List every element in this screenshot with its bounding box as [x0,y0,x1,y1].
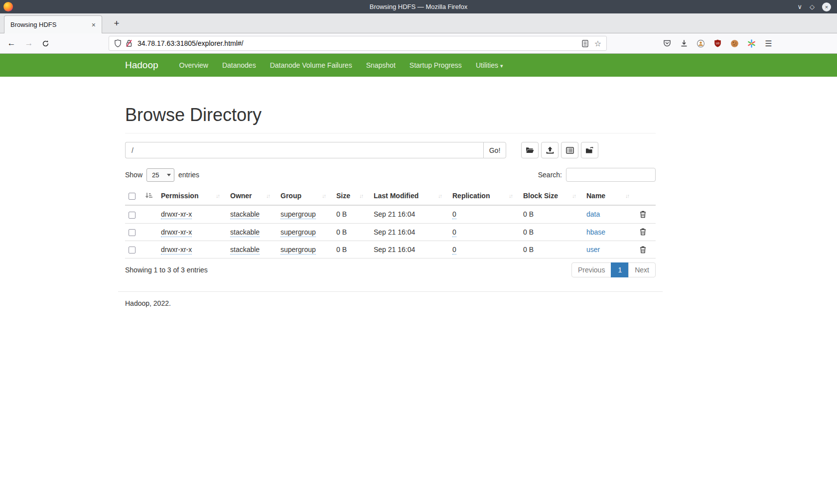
replication-value[interactable]: 0 [452,246,456,254]
row-checkbox[interactable] [129,229,136,236]
pagination-page-1[interactable]: 1 [611,262,629,277]
column-header-owner[interactable]: Owner↓↑ [225,188,276,205]
window-titlebar: Browsing HDFS — Mozilla Firefox ∨ ◇ × [0,0,837,13]
row-checkbox[interactable] [129,212,136,219]
directory-link[interactable]: user [586,246,600,253]
block-size-value: 0 B [523,210,534,218]
insecure-lock-icon[interactable] [126,39,133,47]
nav-item-datanode-volume-failures[interactable]: Datanode Volume Failures [263,54,359,77]
page-size-select[interactable]: 25 [146,168,174,182]
replication-value[interactable]: 0 [452,210,456,219]
pagination-next[interactable]: Next [628,262,656,277]
sort-icons: ↓↑ [322,193,326,199]
group-value[interactable]: supergroup [280,210,316,219]
modified-value: Sep 21 16:04 [374,210,415,218]
trash-icon[interactable] [640,228,651,236]
url-text[interactable]: 34.78.17.63:31805/explorer.html#/ [138,39,582,47]
set-quota-button[interactable] [561,142,578,158]
search-input[interactable] [566,168,656,182]
nav-item-overview[interactable]: Overview [172,54,215,77]
entries-info: Showing 1 to 3 of 3 entries [125,266,208,274]
divider [125,133,656,133]
permission-value[interactable]: drwxr-xr-x [161,246,192,254]
sort-icons: ↓↑ [216,193,220,199]
hadoop-brand[interactable]: Hadoop [125,60,158,71]
nav-item-utilities[interactable]: Utilities▾ [469,54,510,77]
row-checkbox[interactable] [129,247,136,253]
ublock-shield-icon[interactable]: U0 [713,39,722,48]
trash-icon[interactable] [640,211,651,218]
pagination-previous[interactable]: Previous [571,262,611,277]
page-size-value: 25 [152,171,159,179]
move-paste-button[interactable] [581,142,598,158]
window-close-icon[interactable]: × [822,2,831,11]
owner-value[interactable]: stackable [230,228,260,237]
select-all-checkbox[interactable] [129,193,136,200]
folder-move-icon [585,146,594,154]
column-header-group[interactable]: Group↓↑ [276,188,331,205]
size-value: 0 B [336,210,347,218]
permission-value[interactable]: drwxr-xr-x [161,228,192,237]
size-value: 0 B [336,246,347,253]
select-caret-icon [167,174,171,176]
column-header-block-size[interactable]: Block Size↓↑ [518,188,581,205]
hadoop-navbar: Hadoop Overview Datanodes Datanode Volum… [0,54,837,77]
table-header-row: Permission↓↑ Owner↓↑ Group↓↑ Size↓↑ Last… [125,188,656,205]
path-row: Go! [125,142,656,158]
table-row: drwxr-xr-x stackable supergroup 0 B Sep … [125,223,656,241]
browser-toolbar: ← → 34.78.17.63:31805/explorer.html#/ ☆ [0,33,837,54]
cookie-icon[interactable] [730,39,739,48]
table-controls-row: Show 25 entries Search: [125,168,656,182]
reload-icon[interactable] [38,33,53,53]
column-header-last-modified[interactable]: Last Modified↓↑ [369,188,447,205]
tab-bar: Browsing HDFS × + [0,13,837,33]
url-bar[interactable]: 34.78.17.63:31805/explorer.html#/ ☆ [109,36,607,51]
create-directory-button[interactable] [521,142,539,158]
reader-mode-icon[interactable] [582,40,588,47]
group-value[interactable]: supergroup [280,228,316,237]
column-header-size[interactable]: Size↓↑ [331,188,369,205]
group-value[interactable]: supergroup [280,246,316,254]
page-footer: Hadoop, 2022. [125,299,171,307]
tab-close-icon[interactable]: × [92,21,96,29]
menu-hamburger-icon[interactable]: ☰ [764,39,773,48]
colorful-asterisk-icon[interactable] [747,39,756,48]
pagination: Previous 1 Next [571,262,656,277]
back-icon[interactable]: ← [4,33,19,53]
column-header-replication[interactable]: Replication↓↑ [447,188,518,205]
svg-text:U0: U0 [716,42,719,45]
permission-value[interactable]: drwxr-xr-x [161,210,192,219]
sort-icons: ↓↑ [438,193,442,199]
trash-icon[interactable] [640,246,651,253]
directory-link[interactable]: data [586,210,600,218]
upload-files-button[interactable] [541,142,558,158]
forward-icon[interactable]: → [21,33,36,53]
sort-amount-asc-icon[interactable] [145,192,151,199]
bookmark-star-icon[interactable]: ☆ [594,39,601,48]
list-alt-icon [566,147,574,154]
nav-item-datanodes[interactable]: Datanodes [215,54,263,77]
table-row: drwxr-xr-x stackable supergroup 0 B Sep … [125,205,656,223]
column-header-permission[interactable]: Permission↓↑ [156,188,225,205]
new-tab-button[interactable]: + [109,13,124,33]
tracking-shield-icon[interactable] [114,39,122,47]
downloads-icon[interactable] [680,39,688,48]
folder-open-icon [526,146,534,154]
account-container-icon[interactable] [697,39,705,48]
column-header-name[interactable]: Name↓↑ [581,188,635,205]
nav-item-startup-progress[interactable]: Startup Progress [403,54,469,77]
directory-link[interactable]: hbase [586,228,605,236]
nav-item-snapshot[interactable]: Snapshot [359,54,403,77]
owner-value[interactable]: stackable [230,210,260,219]
browser-tab[interactable]: Browsing HDFS × [4,15,102,33]
size-value: 0 B [336,228,347,236]
pocket-icon[interactable] [663,39,671,48]
window-maximize-icon[interactable]: ◇ [810,3,815,10]
replication-value[interactable]: 0 [452,228,456,237]
entries-label: entries [178,171,199,179]
owner-value[interactable]: stackable [230,246,260,254]
directory-path-input[interactable] [125,142,483,158]
go-button[interactable]: Go! [483,142,506,158]
table-footer-row: Showing 1 to 3 of 3 entries Previous 1 N… [125,262,656,277]
window-minimize-icon[interactable]: ∨ [797,3,802,10]
